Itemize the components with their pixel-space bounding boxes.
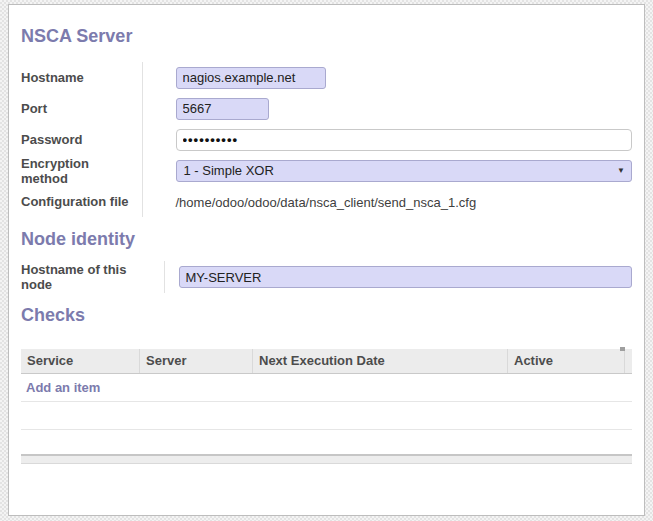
password-row: Password	[21, 124, 632, 155]
add-item-row: Add an item	[21, 374, 632, 402]
configuration-file-value: /home/odoo/odoo/data/nsca_client/send_ns…	[176, 195, 477, 210]
configuration-file-label: Configuration file	[21, 186, 142, 217]
add-an-item-link[interactable]: Add an item	[21, 380, 100, 395]
form-panel: NSCA Server Hostname Port Password Encry…	[8, 4, 645, 516]
password-label: Password	[21, 124, 142, 155]
column-header-spacer	[625, 349, 632, 373]
section-title-nsca-server: NSCA Server	[21, 26, 632, 46]
scrollbar-corner-notch	[620, 347, 625, 351]
column-header-active[interactable]: Active	[508, 349, 625, 373]
encryption-method-row: Encryption method 1 - Simple XOR ▼	[21, 155, 632, 186]
checks-list-header: Service Server Next Execution Date Activ…	[21, 349, 632, 374]
checks-list: Service Server Next Execution Date Activ…	[21, 349, 632, 464]
encryption-method-selected-value: 1 - Simple XOR	[184, 163, 274, 178]
horizontal-scrollbar[interactable]	[21, 454, 632, 464]
node-identity-field-group: Hostname of this node	[21, 261, 632, 293]
port-row: Port	[21, 93, 632, 124]
node-hostname-label: Hostname of this node	[21, 261, 164, 293]
node-hostname-input[interactable]	[179, 266, 633, 288]
port-input[interactable]	[176, 98, 269, 120]
column-header-next-execution-date[interactable]: Next Execution Date	[253, 349, 508, 373]
hostname-input[interactable]	[176, 67, 326, 89]
nsca-server-field-group: Hostname Port Password Encryption method…	[21, 62, 632, 217]
hostname-label: Hostname	[21, 62, 142, 93]
chevron-down-icon: ▼	[617, 167, 625, 175]
node-hostname-row: Hostname of this node	[21, 261, 632, 293]
encryption-method-label: Encryption method	[21, 155, 142, 186]
empty-list-row	[21, 402, 632, 430]
section-title-checks: Checks	[21, 305, 632, 325]
column-header-service[interactable]: Service	[21, 349, 140, 373]
hostname-row: Hostname	[21, 62, 632, 93]
port-label: Port	[21, 93, 142, 124]
column-header-server[interactable]: Server	[140, 349, 253, 373]
page-background: { "colors": { "accent": "#7c7bad", "fiel…	[0, 0, 653, 521]
configuration-file-row: Configuration file /home/odoo/odoo/data/…	[21, 186, 632, 217]
section-title-node-identity: Node identity	[21, 229, 632, 249]
encryption-method-select[interactable]: 1 - Simple XOR ▼	[176, 160, 633, 182]
password-input[interactable]	[176, 129, 633, 151]
